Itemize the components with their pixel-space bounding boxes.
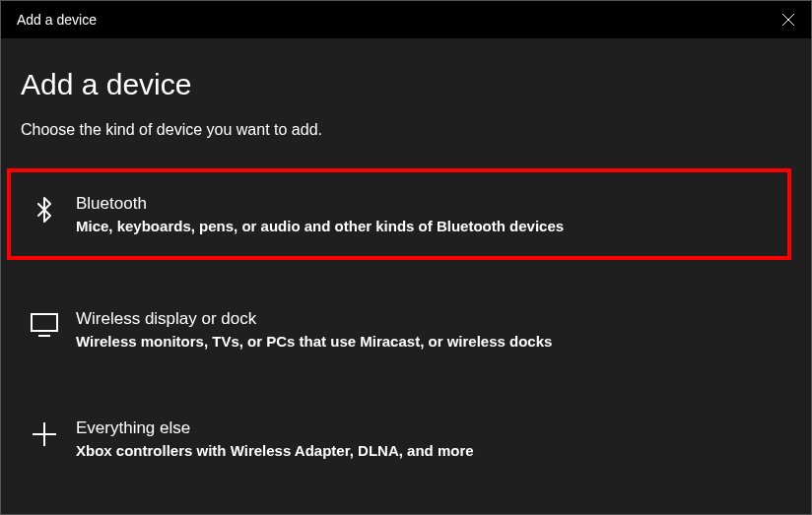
option-text: Wireless display or dock Wireless monito… — [76, 309, 552, 350]
option-title: Everything else — [76, 418, 474, 438]
option-bluetooth[interactable]: Bluetooth Mice, keyboards, pens, or audi… — [7, 168, 791, 260]
plus-icon — [31, 420, 58, 448]
window-title: Add a device — [17, 12, 97, 28]
option-everything-else[interactable]: Everything else Xbox controllers with Wi… — [21, 399, 791, 479]
close-button[interactable] — [766, 1, 811, 38]
svg-rect-2 — [32, 314, 57, 331]
option-wireless-display[interactable]: Wireless display or dock Wireless monito… — [21, 290, 791, 369]
option-title: Bluetooth — [76, 194, 564, 214]
titlebar: Add a device — [1, 1, 811, 38]
option-text: Everything else Xbox controllers with Wi… — [76, 418, 474, 459]
close-icon — [782, 14, 794, 26]
monitor-icon — [31, 311, 58, 339]
option-title: Wireless display or dock — [76, 309, 552, 329]
content-area: Add a device Choose the kind of device y… — [1, 38, 811, 479]
option-description: Wireless monitors, TVs, or PCs that use … — [76, 333, 552, 350]
page-heading: Add a device — [21, 68, 791, 101]
option-description: Mice, keyboards, pens, or audio and othe… — [76, 218, 564, 234]
page-subheading: Choose the kind of device you want to ad… — [21, 121, 791, 139]
bluetooth-icon — [31, 196, 58, 224]
option-description: Xbox controllers with Wireless Adapter, … — [76, 442, 474, 459]
option-text: Bluetooth Mice, keyboards, pens, or audi… — [76, 194, 564, 234]
